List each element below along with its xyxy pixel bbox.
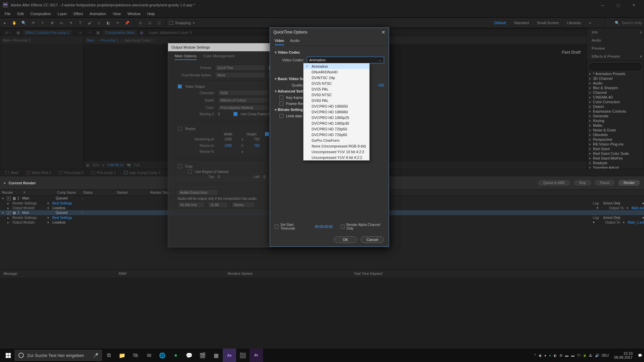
tray-icon[interactable]: ▬ <box>565 354 569 357</box>
format-dd[interactable]: QuickTime <box>215 65 265 71</box>
start-timecode-value[interactable]: 00:00:00:00 <box>315 225 333 229</box>
task-view-icon[interactable]: ⧉ <box>102 349 115 362</box>
render-button[interactable]: Render <box>618 180 640 186</box>
brush-tool-icon[interactable]: 🖌 <box>87 20 93 26</box>
tray-volume-icon[interactable]: 🔊 <box>595 354 599 357</box>
fx-cat[interactable]: Audio <box>589 81 642 85</box>
viewer-tc[interactable]: 0:00:00:12 <box>108 163 123 167</box>
tray-icon[interactable]: ◐ <box>554 354 557 357</box>
discord-icon[interactable]: 💬 <box>182 349 196 362</box>
close-button[interactable]: ✕ <box>626 0 641 10</box>
rq-log-dd[interactable]: Errors Only <box>603 201 640 205</box>
tl-tab[interactable]: Pre-comp 1 <box>88 170 119 175</box>
align-icon-2[interactable]: ⊟ <box>147 20 153 26</box>
oms-tab-main[interactable]: Main Options <box>175 54 197 60</box>
codec-option[interactable]: DVCPRO HD 1080p25 <box>304 115 369 120</box>
codec-option[interactable]: None (Uncompressed RGB 8-bit) <box>304 143 369 149</box>
tray-icon[interactable]: ⚙ <box>559 354 562 357</box>
cancel-button[interactable]: Cancel <box>361 236 384 243</box>
add-output-icon[interactable]: ＋ <box>592 220 595 225</box>
fx-cat[interactable]: CINEMA 4D <box>589 95 642 100</box>
codec-option[interactable]: DVCPRO HD 1080p30 <box>304 120 369 126</box>
tab-effect-controls[interactable]: Effect Controls Pre-comp 1 <box>22 30 72 35</box>
menu-layer[interactable]: Layer <box>54 11 70 16</box>
tray-lang[interactable]: DEU <box>602 354 609 357</box>
fx-cat[interactable]: Red Giant <box>589 146 642 151</box>
fx-cat[interactable]: * Animation Presets <box>589 71 642 76</box>
codec-option[interactable]: DVCPRO HD 1080i50 <box>304 103 369 109</box>
tray-network-icon[interactable]: 🖧 <box>589 354 592 357</box>
workspace-default[interactable]: Default <box>494 21 506 25</box>
start-button[interactable] <box>1 349 15 362</box>
viewer-cam-icon[interactable]: 📷 <box>127 163 131 167</box>
tray-icon[interactable]: ▬ <box>571 354 575 357</box>
tl-tab[interactable]: Main <box>2 170 22 175</box>
fx-cat[interactable]: Perspective <box>589 137 642 142</box>
workspace-more-icon[interactable]: » <box>589 21 591 25</box>
fx-cat[interactable]: Expression Controls <box>589 109 642 114</box>
menu-file[interactable]: File <box>1 11 14 16</box>
fx-cat[interactable]: RE:Vision Plug-ins <box>589 142 642 146</box>
codec-option[interactable]: Animation <box>304 63 369 69</box>
codec-option[interactable]: DVCPRO HD 720p60 <box>304 132 369 137</box>
align-icon-3[interactable]: ⊡ <box>156 20 162 26</box>
codec-option[interactable]: GoPro CineForm <box>304 137 369 143</box>
chrome-icon[interactable]: 🌐 <box>156 349 169 362</box>
comp-tab-icon[interactable]: ▦ <box>96 31 100 35</box>
explorer-icon[interactable]: 📁 <box>115 349 129 362</box>
ucfn-check[interactable] <box>233 112 237 116</box>
type-tool-icon[interactable]: T <box>77 20 83 26</box>
fx-cat[interactable]: Red Giant Color Suite <box>589 151 642 156</box>
depth-dd[interactable]: Millions of Colors <box>218 97 268 103</box>
maximize-button[interactable]: ▢ <box>610 0 626 10</box>
spotify-icon[interactable]: ● <box>169 349 182 362</box>
zoom-value[interactable]: 50% <box>93 163 99 167</box>
clone-tool-icon[interactable]: ⎌ <box>96 20 102 26</box>
rq-output-file[interactable]: Main_1.avi <box>628 221 644 224</box>
tab-layer[interactable]: Layer: Adjustment Layer 5 <box>146 30 194 35</box>
fx-cat[interactable]: Red Giant MisFire <box>589 156 642 161</box>
codec-select[interactable]: Animation <box>307 57 384 63</box>
codec-option[interactable]: Uncompressed YUV 8 bit 4:2:2 <box>304 155 369 160</box>
snapping-checkbox[interactable] <box>169 21 173 25</box>
fx-cat[interactable]: Rowbyte <box>589 161 642 165</box>
panbehind-tool-icon[interactable]: ⊕ <box>49 20 55 26</box>
taskbar-clock[interactable]: 15:1008.08.2017 <box>611 351 635 359</box>
tray-spotify-icon[interactable]: ● <box>549 354 551 357</box>
codec-option[interactable]: DVCPRO HD 1080i60 <box>304 109 369 115</box>
add-output-icon[interactable]: ＋ <box>596 205 599 210</box>
roi-check[interactable] <box>188 170 192 174</box>
fx-cat[interactable]: Noise & Grain <box>589 128 642 132</box>
pra-dd[interactable]: None <box>215 72 265 78</box>
panel-menu-icon[interactable]: ≡ <box>640 54 642 58</box>
tray-up-icon[interactable]: ^ <box>534 354 536 357</box>
tab-composition[interactable]: Composition Main <box>102 30 137 35</box>
audio-stereo-dd[interactable]: Stereo <box>231 202 255 208</box>
qt-tab-audio[interactable]: Audio <box>290 39 300 45</box>
tab-preview[interactable]: Preview <box>589 46 607 51</box>
selection-tool-icon[interactable]: ▸ <box>2 20 8 26</box>
ldr-check[interactable] <box>279 114 283 118</box>
mic-icon[interactable]: 🎤 <box>93 353 98 358</box>
store-icon[interactable]: 🛍 <box>129 349 142 362</box>
tl-tab[interactable]: Main Part 1 <box>23 170 54 175</box>
pause-button[interactable]: Pause <box>595 180 615 186</box>
channels-dd[interactable]: RGB <box>218 90 268 96</box>
codec-option[interactable]: DV25 NTSC <box>304 80 369 86</box>
oms-tab-colmgmt[interactable]: Color Management <box>203 54 235 60</box>
color-dd[interactable]: Premultiplied (Matted) <box>218 105 268 111</box>
codec-option[interactable]: DV/NTSC 24p <box>304 75 369 80</box>
fr-check[interactable] <box>279 102 283 106</box>
tl-tab[interactable]: Pre-comp 2 <box>56 170 87 175</box>
tray-nvidia-icon[interactable]: ◉ <box>583 354 586 357</box>
rotate-tool-icon[interactable]: ⟳ <box>30 20 36 26</box>
camera-tool-icon[interactable]: ⌑ <box>40 20 46 26</box>
mail-icon[interactable]: ✉ <box>142 349 156 362</box>
render-alpha-check[interactable] <box>341 225 344 229</box>
fx-cat[interactable]: Generate <box>589 114 642 118</box>
codec-option[interactable]: DV50 NTSC <box>304 92 369 98</box>
menu-effect[interactable]: Effect <box>70 11 86 16</box>
bc-precomp[interactable]: Pre-comp 1 <box>101 39 118 42</box>
audio-output-dd[interactable]: Audio Output Auto <box>178 189 218 195</box>
aftereffects-taskbar-icon[interactable]: Ae <box>223 349 236 362</box>
